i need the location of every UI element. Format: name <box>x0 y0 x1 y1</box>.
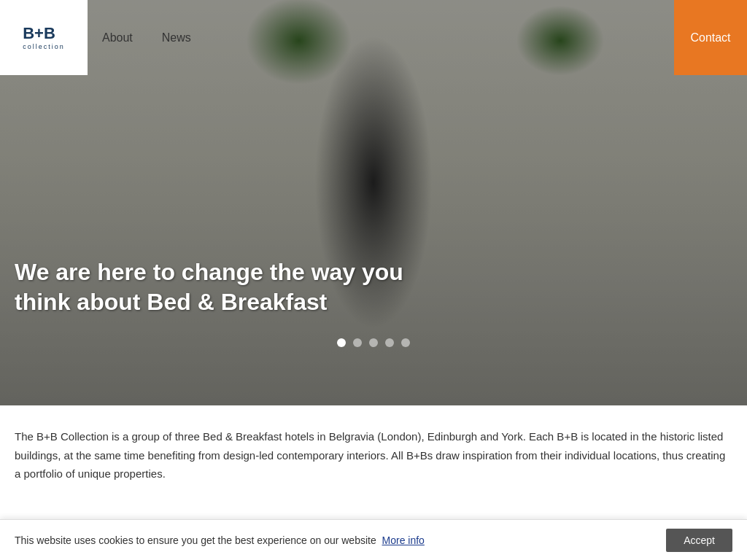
main-nav: About News <box>88 0 674 75</box>
hero-headline: We are here to change the way you think … <box>15 257 438 318</box>
site-header: B+B collection About News Contact <box>0 0 747 75</box>
description-text: The B+B Collection is a group of three B… <box>15 427 732 483</box>
carousel-dot-1[interactable] <box>337 338 346 347</box>
cookie-more-info-link[interactable]: More info <box>382 534 425 546</box>
cookie-message: This website uses cookies to ensure you … <box>15 534 659 546</box>
carousel-dot-5[interactable] <box>401 338 410 347</box>
cookie-bar: This website uses cookies to ensure you … <box>0 519 747 560</box>
carousel-dot-4[interactable] <box>385 338 394 347</box>
logo[interactable]: B+B collection <box>0 0 88 75</box>
content-section: The B+B Collection is a group of three B… <box>0 405 747 498</box>
nav-news[interactable]: News <box>162 31 191 44</box>
contact-button[interactable]: Contact <box>674 0 747 75</box>
hero-content: We are here to change the way you think … <box>15 257 732 318</box>
cookie-text-content: This website uses cookies to ensure you … <box>15 534 376 546</box>
logo-sub-text: collection <box>23 43 65 50</box>
nav-about[interactable]: About <box>102 31 133 44</box>
carousel-dot-2[interactable] <box>353 338 362 347</box>
logo-main-text: B+B <box>23 26 65 42</box>
carousel-dot-3[interactable] <box>369 338 378 347</box>
carousel-dots <box>337 338 410 347</box>
cookie-accept-button[interactable]: Accept <box>666 529 732 552</box>
